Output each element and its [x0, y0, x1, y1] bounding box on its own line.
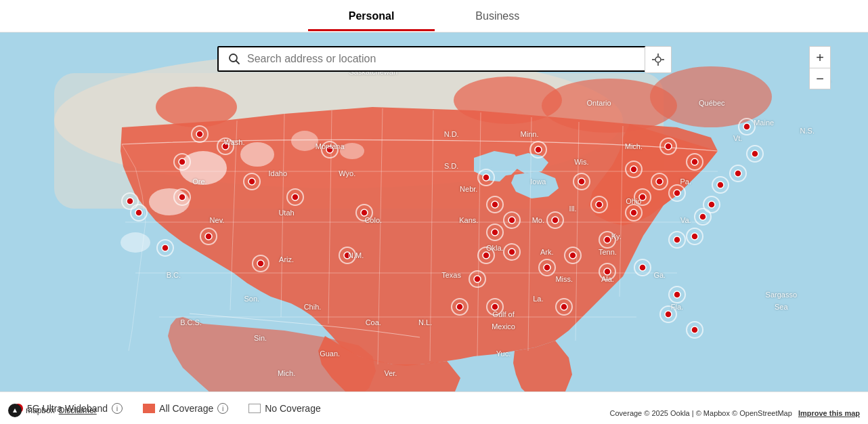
tab-personal[interactable]: Personal: [308, 2, 435, 30]
zoom-in-button[interactable]: +: [809, 46, 831, 68]
svg-point-3: [179, 151, 227, 185]
disclaimer-link[interactable]: Disclaimer: [59, 406, 97, 415]
legend-label-none: No Coverage: [265, 403, 321, 414]
mapbox-symbol: [11, 406, 19, 415]
svg-point-6: [291, 131, 318, 151]
search-icon: [228, 53, 240, 65]
legend-swatch-none: [248, 404, 261, 413]
legend-label-all: All Coverage: [159, 403, 213, 414]
svg-point-5: [149, 188, 190, 215]
zoom-out-button[interactable]: −: [809, 68, 831, 89]
mapbox-text: mapbox: [26, 406, 55, 415]
svg-line-129: [236, 61, 240, 64]
location-icon: [651, 53, 665, 66]
attribution-text: Coverage © 2025 Ookla | © Mapbox © OpenS…: [610, 409, 792, 417]
search-input[interactable]: [247, 53, 640, 65]
svg-point-4: [240, 142, 274, 167]
mapbox-badge-icon: [8, 404, 22, 417]
attribution: Coverage © 2025 Ookla | © Mapbox © OpenS…: [610, 409, 860, 417]
legend-bar: 5G Ultra Wideband i All Coverage i No Co…: [0, 391, 868, 424]
tabs-bar: Personal Business: [0, 0, 868, 33]
svg-point-12: [650, 66, 772, 127]
legend-info-5g[interactable]: i: [112, 403, 123, 414]
mapbox-logo: mapbox Disclaimer: [8, 404, 97, 417]
location-button[interactable]: [645, 46, 672, 73]
svg-point-9: [156, 87, 237, 127]
search-bar[interactable]: [217, 46, 651, 72]
legend-info-all[interactable]: i: [217, 403, 228, 414]
svg-point-130: [655, 57, 661, 62]
map-svg: [0, 33, 868, 424]
svg-point-7: [340, 143, 364, 159]
legend-item-all: All Coverage i: [143, 403, 228, 414]
svg-point-8: [121, 232, 150, 253]
legend-item-none: No Coverage: [248, 403, 321, 414]
improve-map-link[interactable]: Improve this map: [798, 409, 860, 417]
legend-swatch-all: [143, 404, 155, 413]
tab-business[interactable]: Business: [435, 2, 560, 30]
zoom-controls: + −: [809, 46, 831, 89]
map-container[interactable]: Wash.Ore.IdahoMontanaN.D.S.D.Minn.Wis.Mi…: [0, 33, 868, 424]
